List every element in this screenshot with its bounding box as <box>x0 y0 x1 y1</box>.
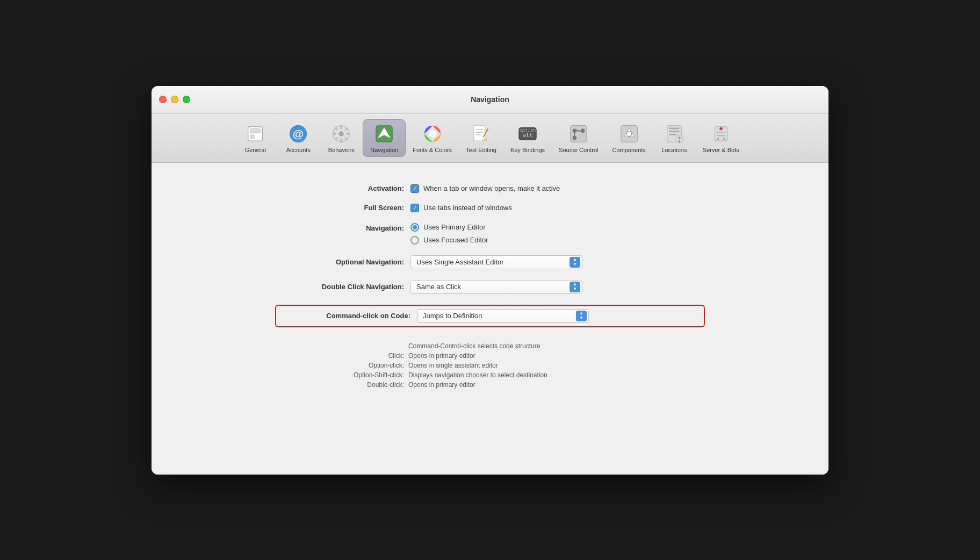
svg-rect-45 <box>717 134 725 136</box>
command-click-value: Jumps to Definition <box>423 312 482 320</box>
double-click-label: Double Click Navigation: <box>275 283 404 291</box>
cmd-ctrl-text: Command-Control-click selects code struc… <box>408 342 540 350</box>
text-editing-icon <box>470 123 492 145</box>
option-shift-text: Displays navigation chooser to select de… <box>408 371 547 379</box>
content-area: Activation: ✓ When a tab or window opens… <box>152 163 828 475</box>
command-click-row: Command-click on Code: Jumps to Definiti… <box>275 305 705 327</box>
svg-point-41 <box>678 137 681 139</box>
chevron-up-icon: ▲ <box>573 257 577 262</box>
tab-components-label: Components <box>612 147 645 153</box>
optional-navigation-label: Optional Navigation: <box>275 258 404 266</box>
source-control-icon <box>568 123 589 145</box>
activation-text: When a tab or window opens, make it acti… <box>423 184 560 192</box>
activation-label: Activation: <box>275 184 404 192</box>
svg-text:@: @ <box>293 127 304 139</box>
svg-point-43 <box>719 127 723 130</box>
tab-text-editing-label: Text Editing <box>466 147 496 153</box>
full-screen-label: Full Screen: <box>275 204 404 212</box>
cmd-ctrl-row: Command-Control-click selects code struc… <box>275 342 705 350</box>
tab-locations-label: Locations <box>661 147 687 153</box>
option-click-label: Option-click: <box>275 362 404 369</box>
key-bindings-icon: alt option <box>517 123 538 145</box>
tab-fonts-colors-label: Fonts & Colors <box>413 147 452 153</box>
command-click-arrow: ▲ ▼ <box>576 311 587 321</box>
tab-locations[interactable]: Locations <box>653 119 696 157</box>
navigation-focused-option: Uses Focused Editor <box>410 236 488 245</box>
tab-key-bindings[interactable]: alt option Key Bindings <box>503 119 552 157</box>
minimize-button[interactable] <box>171 96 178 103</box>
option-shift-label: Option-Shift-click: <box>275 371 404 379</box>
svg-point-30 <box>572 128 577 133</box>
chevron-down-icon: ▼ <box>573 262 577 267</box>
svg-point-18 <box>429 130 436 137</box>
traffic-lights <box>159 96 190 103</box>
tab-general[interactable]: General <box>234 119 277 157</box>
svg-rect-29 <box>571 125 587 141</box>
behaviors-icon <box>330 123 352 145</box>
optional-navigation-select[interactable]: Uses Single Assistant Editor <box>410 255 582 269</box>
toolbar: General @ Accounts <box>152 114 828 163</box>
chevron-up-icon: ▲ <box>579 311 583 315</box>
svg-rect-44 <box>717 132 725 133</box>
option-click-row: Option-click: Opens in single assistant … <box>275 362 705 369</box>
accounts-icon: @ <box>287 123 309 145</box>
locations-icon <box>664 123 685 145</box>
svg-rect-1 <box>250 128 261 133</box>
svg-rect-37 <box>669 127 679 129</box>
optional-navigation-row: Optional Navigation: Uses Single Assista… <box>275 255 705 269</box>
general-icon <box>244 123 266 145</box>
svg-rect-38 <box>669 131 679 132</box>
full-screen-checkbox[interactable]: ✓ <box>410 204 419 212</box>
double-click-arrow: ▲ ▼ <box>570 282 580 292</box>
chevron-up-icon: ▲ <box>573 282 577 286</box>
double-click-select-wrapper: Same as Click ▲ ▼ <box>410 280 582 294</box>
tab-navigation-label: Navigation <box>370 147 398 153</box>
double-click-info-row: Double-click: Opens in primary editor <box>275 381 705 389</box>
components-icon <box>618 123 640 145</box>
svg-rect-2 <box>250 134 255 139</box>
navigation-primary-label: Uses Primary Editor <box>423 223 486 231</box>
navigation-radio-group: Uses Primary Editor Uses Focused Editor <box>410 223 488 245</box>
navigation-primary-radio[interactable] <box>410 223 419 232</box>
tab-accounts[interactable]: @ Accounts <box>277 119 320 157</box>
double-click-info-label: Double-click: <box>275 381 404 389</box>
command-click-select-wrapper: Jumps to Definition ▲ ▼ <box>417 309 589 323</box>
tab-accounts-label: Accounts <box>286 147 311 153</box>
command-click-select[interactable]: Jumps to Definition <box>417 309 589 323</box>
svg-rect-19 <box>474 125 485 140</box>
chevron-down-icon: ▼ <box>579 316 583 320</box>
double-click-info-text: Opens in primary editor <box>408 381 475 389</box>
tab-navigation[interactable]: Navigation <box>363 119 406 157</box>
svg-point-46 <box>717 138 719 140</box>
click-info-row: Click: Opens in primary editor <box>275 352 705 360</box>
activation-control: ✓ When a tab or window opens, make it ac… <box>410 184 560 193</box>
svg-point-6 <box>339 131 344 137</box>
chevron-down-icon: ▼ <box>573 287 577 291</box>
svg-point-47 <box>723 138 725 140</box>
tab-components[interactable]: Components <box>605 119 652 157</box>
zoom-button[interactable] <box>183 96 190 103</box>
tab-behaviors[interactable]: Behaviors <box>320 119 363 157</box>
double-click-value: Same as Click <box>416 283 461 291</box>
close-button[interactable] <box>159 96 167 103</box>
tab-source-control-label: Source Control <box>559 147 598 153</box>
tab-text-editing[interactable]: Text Editing <box>459 119 503 157</box>
tab-fonts-colors[interactable]: Fonts & Colors <box>406 119 459 157</box>
full-screen-control: ✓ Use tabs instead of windows <box>410 204 512 212</box>
double-click-select[interactable]: Same as Click <box>410 280 582 294</box>
option-click-text: Opens in single assistant editor <box>408 362 498 369</box>
click-text: Opens in primary editor <box>408 352 475 360</box>
server-bots-icon <box>710 123 732 145</box>
navigation-primary-option: Uses Primary Editor <box>410 223 488 232</box>
tab-server-bots[interactable]: Server & Bots <box>696 119 746 157</box>
preferences-window: Navigation General @ Accounts <box>152 86 828 475</box>
svg-rect-39 <box>669 134 676 135</box>
double-click-row: Double Click Navigation: Same as Click ▲… <box>275 280 705 294</box>
tab-source-control[interactable]: Source Control <box>552 119 605 157</box>
command-click-label: Command-click on Code: <box>282 312 410 320</box>
activation-checkbox[interactable]: ✓ <box>410 184 419 193</box>
tab-behaviors-label: Behaviors <box>328 147 355 153</box>
navigation-focused-radio[interactable] <box>410 236 419 245</box>
fonts-colors-icon <box>422 123 443 145</box>
navigation-icon <box>373 123 395 145</box>
